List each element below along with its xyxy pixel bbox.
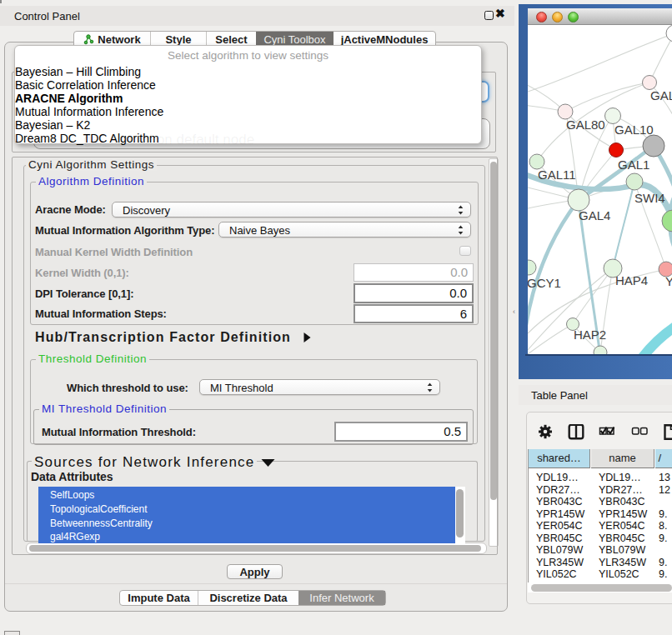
svg-text:HAP2: HAP2 [574, 328, 606, 342]
svg-text:GAL4: GAL4 [579, 208, 610, 222]
svg-text:GCY1: GCY1 [528, 276, 561, 290]
svg-text:GAL10: GAL10 [614, 122, 654, 137]
svg-text:Y: Y [665, 274, 672, 288]
svg-text:HAP4: HAP4 [615, 273, 648, 288]
svg-text:GAL1: GAL1 [618, 158, 649, 172]
svg-text:GAL11: GAL11 [538, 168, 576, 182]
svg-text:SWI4: SWI4 [634, 191, 665, 205]
svg-text:GAL80: GAL80 [566, 118, 605, 132]
svg-text:GAL7: GAL7 [650, 88, 672, 102]
